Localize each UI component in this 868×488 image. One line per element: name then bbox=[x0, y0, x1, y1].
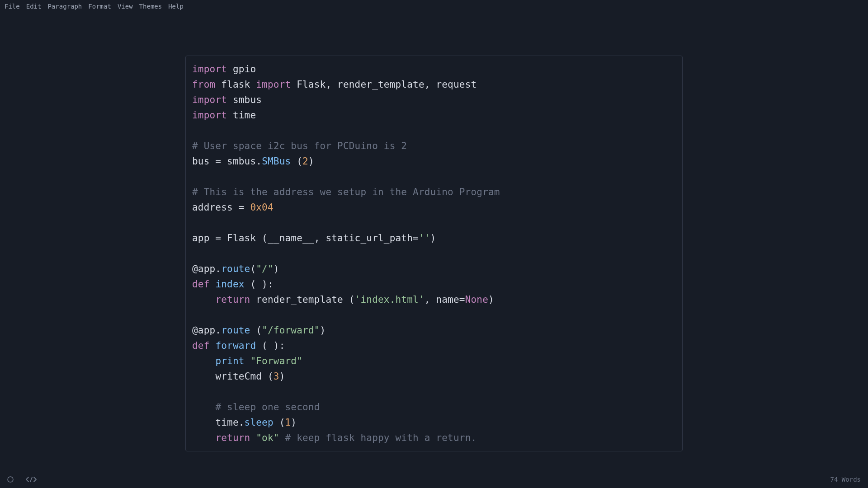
comment: # This is the address we setup in the Ar… bbox=[192, 187, 500, 197]
kw-from: from bbox=[192, 79, 215, 90]
kw-import: import bbox=[192, 64, 227, 75]
indent bbox=[192, 294, 215, 305]
indent bbox=[192, 356, 215, 366]
menu-format[interactable]: Format bbox=[88, 3, 111, 10]
menu-help[interactable]: Help bbox=[168, 3, 184, 10]
menubar: File Edit Paragraph Format View Themes H… bbox=[0, 0, 868, 13]
code-text bbox=[250, 432, 256, 443]
comment: # sleep one second bbox=[215, 402, 320, 413]
indent bbox=[192, 371, 215, 382]
code-text: flask bbox=[215, 79, 256, 90]
code-text: bus = smbus. bbox=[192, 156, 262, 167]
indent bbox=[192, 402, 215, 413]
string: "/forward" bbox=[262, 325, 320, 336]
fn-name: sleep bbox=[245, 417, 274, 428]
indent bbox=[192, 432, 215, 443]
code-text: ( bbox=[250, 325, 262, 336]
code-text bbox=[210, 279, 216, 290]
editor: import gpio from flask import Flask, ren… bbox=[0, 56, 868, 451]
kw-import: import bbox=[192, 94, 227, 105]
string: "ok" bbox=[256, 432, 279, 443]
code-text: ) bbox=[291, 417, 297, 428]
code-text: gpio bbox=[227, 64, 256, 75]
word-count: 74 Words bbox=[830, 476, 861, 483]
number: 0x04 bbox=[250, 202, 273, 213]
string: '' bbox=[419, 233, 430, 244]
code-text: app = Flask (__name__, static_url_path= bbox=[192, 233, 419, 244]
code-text: ( bbox=[291, 156, 302, 167]
menu-themes[interactable]: Themes bbox=[139, 3, 162, 10]
code-text: @app. bbox=[192, 325, 221, 336]
none-literal: None bbox=[465, 294, 488, 305]
code-text bbox=[279, 432, 285, 443]
indent bbox=[192, 417, 215, 428]
number: 3 bbox=[274, 371, 279, 382]
circle-icon[interactable] bbox=[7, 476, 14, 483]
code-text: time. bbox=[215, 417, 244, 428]
string: "/" bbox=[256, 263, 274, 274]
kw-def: def bbox=[192, 279, 210, 290]
code-text: ( ): bbox=[245, 279, 274, 290]
kw-def: def bbox=[192, 340, 210, 351]
menu-file[interactable]: File bbox=[5, 3, 20, 10]
class-name: SMBus bbox=[262, 156, 291, 167]
code-text bbox=[245, 356, 250, 366]
kw-return: return bbox=[215, 432, 250, 443]
code-text: ) bbox=[274, 263, 279, 274]
code-text: address = bbox=[192, 202, 250, 213]
fn-name: route bbox=[221, 325, 250, 336]
code-text: writeCmd ( bbox=[215, 371, 273, 382]
number: 1 bbox=[285, 417, 291, 428]
svg-line-1 bbox=[30, 477, 32, 482]
comment: # keep flask happy with a return. bbox=[285, 432, 477, 443]
code-text: ) bbox=[279, 371, 285, 382]
code-text: ) bbox=[488, 294, 494, 305]
menu-view[interactable]: View bbox=[118, 3, 133, 10]
menu-edit[interactable]: Edit bbox=[26, 3, 42, 10]
code-text: ( ): bbox=[256, 340, 285, 351]
fn-name: route bbox=[221, 263, 250, 274]
code-text: ( bbox=[274, 417, 285, 428]
kw-return: return bbox=[215, 294, 250, 305]
comment: # User space i2c bus for PCDuino is 2 bbox=[192, 141, 407, 151]
menu-paragraph[interactable]: Paragraph bbox=[47, 3, 82, 10]
code-text bbox=[210, 340, 216, 351]
code-text: , name= bbox=[425, 294, 465, 305]
statusbar: 74 Words bbox=[0, 471, 868, 488]
code-block[interactable]: import gpio from flask import Flask, ren… bbox=[185, 56, 683, 451]
fn-name: forward bbox=[215, 340, 256, 351]
code-icon[interactable] bbox=[25, 476, 37, 483]
code-text: time bbox=[227, 110, 256, 121]
string: "Forward" bbox=[250, 356, 302, 366]
code-text: ) bbox=[320, 325, 326, 336]
code-text: ) bbox=[430, 233, 436, 244]
string: 'index.html' bbox=[355, 294, 425, 305]
code-text: ( bbox=[250, 263, 256, 274]
number: 2 bbox=[302, 156, 308, 167]
code-text: smbus bbox=[227, 94, 262, 105]
code-text: @app. bbox=[192, 263, 221, 274]
svg-point-0 bbox=[8, 477, 13, 482]
code-text: render_template ( bbox=[250, 294, 354, 305]
kw-import: import bbox=[192, 110, 227, 121]
fn-name: index bbox=[215, 279, 244, 290]
code-text: Flask, render_template, request bbox=[291, 79, 476, 90]
kw-import: import bbox=[256, 79, 291, 90]
fn-name: print bbox=[215, 356, 244, 366]
code-text: ) bbox=[308, 156, 314, 167]
